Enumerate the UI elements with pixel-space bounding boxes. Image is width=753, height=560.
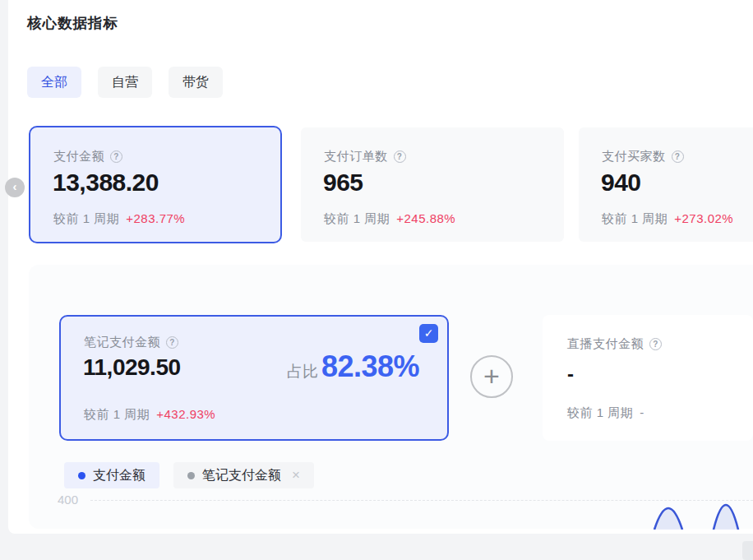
change-value: +432.93% — [156, 407, 215, 423]
metric-card-payment-amount[interactable]: 支付金额 ? 13,388.20 较前 1 周期 +283.77% — [29, 126, 282, 243]
change-value: +245.88% — [396, 211, 455, 227]
metric-change-row: 较前 1 周期 +283.77% — [53, 211, 185, 227]
metric-value: 11,029.50 — [83, 354, 181, 381]
legend-label: 支付金额 — [93, 467, 146, 484]
carousel-prev-button[interactable]: ‹ — [5, 178, 25, 197]
compare-label: 较前 1 周期 — [324, 211, 390, 227]
metric-card-payment-orders[interactable]: 支付订单数 ? 965 较前 1 周期 +245.88% — [301, 127, 564, 242]
help-icon[interactable]: ? — [110, 150, 122, 163]
change-value: - — [640, 405, 644, 421]
help-icon[interactable]: ? — [394, 150, 406, 163]
series-dot-icon — [78, 472, 85, 479]
y-axis-tick-400: 400 — [58, 493, 78, 507]
floating-widget-fragment[interactable] — [742, 541, 753, 560]
change-value: +283.77% — [126, 211, 185, 227]
metric-value: - — [567, 363, 574, 386]
core-metrics-panel: 核心数据指标 全部 自营 带货 ‹ 支付金额 ? 13,388.20 较前 1 … — [8, 0, 753, 534]
metric-label-row: 笔记支付金额 ? — [84, 335, 178, 350]
metric-label: 支付金额 — [53, 149, 104, 164]
help-icon[interactable]: ? — [166, 336, 178, 349]
checkbox-checked[interactable]: ✓ — [419, 324, 438, 343]
dashboard-stage: 核心数据指标 全部 自营 带货 ‹ 支付金额 ? 13,388.20 较前 1 … — [0, 0, 753, 560]
metric-label: 支付买家数 — [602, 149, 666, 164]
metric-value: 13,388.20 — [53, 169, 159, 197]
metric-change-row: 较前 1 周期 +432.93% — [84, 407, 215, 423]
metric-change-row: 较前 1 周期 - — [567, 405, 644, 421]
legend-item-note-payment[interactable]: 笔记支付金额 × — [173, 462, 314, 488]
metric-label-row: 支付金额 ? — [53, 149, 122, 164]
plus-icon: + — [483, 360, 500, 391]
metric-card-payment-buyers[interactable]: 支付买家数 ? 940 较前 1 周期 +273.02% — [579, 127, 753, 242]
metric-value: 940 — [601, 169, 641, 197]
metric-change-row: 较前 1 周期 +273.02% — [602, 211, 733, 227]
compare-label: 较前 1 周期 — [84, 407, 150, 423]
metric-label-row: 支付买家数 ? — [602, 149, 684, 164]
subcard-live-payment[interactable]: 直播支付金额 ? - 较前 1 周期 - — [543, 315, 753, 441]
tab-affiliate[interactable]: 带货 — [169, 67, 223, 98]
help-icon[interactable]: ? — [649, 338, 662, 350]
metric-label-row: 支付订单数 ? — [324, 149, 406, 164]
compare-label: 较前 1 周期 — [567, 405, 633, 421]
subcard-note-payment[interactable]: 笔记支付金额 ? 11,029.50 占比 82.38% 较前 1 周期 +43… — [59, 315, 449, 441]
page-title: 核心数据指标 — [27, 13, 118, 33]
legend-label: 笔记支付金额 — [202, 467, 281, 484]
close-icon[interactable]: × — [292, 467, 300, 484]
metric-label-row: 直播支付金额 ? — [567, 336, 662, 352]
help-icon[interactable]: ? — [672, 150, 684, 163]
tab-self-operated[interactable]: 自营 — [98, 67, 152, 98]
breakdown-section: 笔记支付金额 ? 11,029.50 占比 82.38% 较前 1 周期 +43… — [29, 265, 753, 529]
compare-label: 较前 1 周期 — [53, 211, 119, 227]
ratio-row: 占比 82.38% — [287, 349, 419, 384]
metric-label: 笔记支付金额 — [84, 335, 160, 350]
add-metric-button[interactable]: + — [470, 355, 513, 398]
metric-label: 直播支付金额 — [567, 336, 644, 352]
ratio-label: 占比 — [287, 361, 318, 382]
compare-label: 较前 1 周期 — [602, 211, 668, 227]
check-icon: ✓ — [424, 326, 434, 340]
tab-all[interactable]: 全部 — [27, 67, 81, 98]
metric-change-row: 较前 1 周期 +245.88% — [324, 211, 455, 227]
chart-legend: 支付金额 笔记支付金额 × — [64, 462, 314, 488]
metric-value: 965 — [323, 169, 363, 197]
scope-tabs: 全部 自营 带货 — [27, 67, 223, 98]
metric-label: 支付订单数 — [324, 149, 388, 164]
payment-line-chart[interactable] — [575, 500, 753, 530]
chevron-left-icon: ‹ — [13, 179, 17, 193]
legend-item-payment-amount[interactable]: 支付金额 — [64, 462, 159, 488]
series-dot-icon — [187, 472, 195, 479]
change-value: +273.02% — [674, 211, 733, 227]
ratio-value: 82.38% — [321, 349, 419, 384]
